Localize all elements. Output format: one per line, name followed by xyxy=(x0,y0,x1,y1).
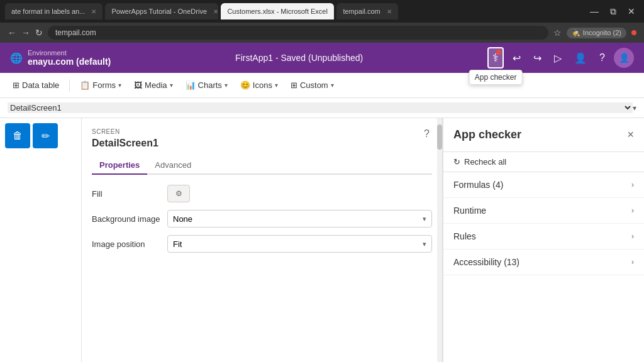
notification-dot xyxy=(631,30,636,35)
vertical-scrollbar[interactable] xyxy=(437,118,442,362)
tab-label-3: Customers.xlsx - Microsoft Excel xyxy=(227,8,328,15)
edit-button[interactable]: ✏ xyxy=(33,123,58,148)
checker-item-rules[interactable]: Rules › xyxy=(443,224,644,250)
play-button[interactable]: ▷ xyxy=(550,50,565,67)
img-position-select[interactable]: Fit ▾ xyxy=(167,235,432,253)
forms-chevron: ▾ xyxy=(118,82,121,89)
checker-accessibility-label: Accessibility (13) xyxy=(453,257,519,267)
browser-address-bar: ← → ↻ ☆ 🕵 Incognito (2) xyxy=(0,23,644,43)
left-actions: 🗑 ✏ xyxy=(0,118,81,153)
tab-label-2: PowerApps Tutorial - OneDrive xyxy=(111,8,207,15)
back-button[interactable]: ← xyxy=(8,28,16,38)
undo-button[interactable]: ↩ xyxy=(509,50,525,67)
close-window-button[interactable]: ✕ xyxy=(624,5,639,18)
checker-formulas-chevron: › xyxy=(631,180,634,189)
tab-label-4: tempail.com xyxy=(343,8,380,15)
app-checker-close-button[interactable]: × xyxy=(627,128,634,141)
scrollbar-thumb[interactable] xyxy=(437,124,442,150)
tab-advanced[interactable]: Advanced xyxy=(147,156,199,175)
bg-image-label: Background image xyxy=(92,214,167,224)
browser-controls: — ⧉ ✕ xyxy=(586,5,639,18)
fill-icon: ⚙ xyxy=(175,189,182,198)
toolbar-custom[interactable]: ⊞ Custom ▾ xyxy=(286,78,339,92)
toolbar-forms[interactable]: 📋 Forms ▾ xyxy=(75,78,126,92)
address-bar-input[interactable] xyxy=(48,26,548,40)
avatar[interactable]: 👤 xyxy=(614,48,634,68)
fill-button[interactable]: ⚙ xyxy=(167,185,190,202)
browser-chrome: ate format in labels an... ✕ PowerApps T… xyxy=(0,0,644,23)
minimize-button[interactable]: — xyxy=(586,5,602,18)
person-button[interactable]: 👤 xyxy=(570,50,591,67)
bg-image-control: None ▾ xyxy=(167,210,432,228)
checker-item-runtime[interactable]: Runtime › xyxy=(443,198,644,224)
forms-label: Forms xyxy=(92,80,116,90)
screen-section-label: SCREEN xyxy=(92,128,432,135)
delete-button[interactable]: 🗑 xyxy=(5,123,30,148)
tab-label-1: ate format in labels an... xyxy=(11,8,85,15)
img-position-control: Fit ▾ xyxy=(167,235,432,253)
incognito-icon: 🕵 xyxy=(572,29,580,37)
reload-button[interactable]: ↻ xyxy=(35,28,43,38)
charts-chevron: ▾ xyxy=(225,82,228,89)
recheck-label: Recheck all xyxy=(464,157,506,167)
left-panel: 🗑 ✏ xyxy=(0,118,82,362)
forward-button[interactable]: → xyxy=(21,28,30,38)
app-checker-title: App checker xyxy=(453,128,521,141)
tab-properties[interactable]: Properties xyxy=(92,156,147,175)
tab-close-1[interactable]: ✕ xyxy=(91,8,96,15)
app-title: FirstApp1 - Saved (Unpublished) xyxy=(111,53,487,63)
tab-close-4[interactable]: ✕ xyxy=(387,8,392,15)
browser-tab-1[interactable]: ate format in labels an... ✕ xyxy=(5,3,103,19)
app-checker-panel: App checker × ↻ Recheck all Formulas (4)… xyxy=(443,118,644,362)
checker-formulas-label: Formulas (4) xyxy=(453,180,503,190)
browser-tab-4[interactable]: tempail.com ✕ xyxy=(336,3,397,19)
img-position-row: Image position Fit ▾ xyxy=(92,235,432,253)
redo-button[interactable]: ↪ xyxy=(530,50,545,67)
dropdown-bar: DetailScreen1 ▾ xyxy=(0,98,644,118)
checker-rules-chevron: › xyxy=(631,232,634,241)
star-button[interactable]: ☆ xyxy=(553,28,562,38)
dropdown-chevron-icon: ▾ xyxy=(633,104,636,112)
icons-icon: 😊 xyxy=(240,80,250,90)
browser-tab-2[interactable]: PowerApps Tutorial - OneDrive ✕ xyxy=(105,3,218,19)
app-checker-badge xyxy=(496,50,501,55)
recheck-all-button[interactable]: ↻ Recheck all xyxy=(443,152,644,172)
help-icon[interactable]: ? xyxy=(424,128,430,140)
img-position-label: Image position xyxy=(92,239,167,249)
custom-label: Custom xyxy=(300,80,328,90)
help-button[interactable]: ? xyxy=(596,50,609,66)
checker-runtime-label: Runtime xyxy=(453,206,486,216)
app-checker-tooltip: App checker xyxy=(469,70,523,85)
checker-accessibility-chevron: › xyxy=(631,258,634,266)
fill-row: Fill ⚙ xyxy=(92,185,432,202)
custom-chevron: ▾ xyxy=(331,82,334,89)
tab-close-2[interactable]: ✕ xyxy=(213,8,218,15)
toolbar-divider-1 xyxy=(69,79,70,92)
incognito-label: Incognito (2) xyxy=(583,29,621,36)
browser-tab-3[interactable]: Customers.xlsx - Microsoft Excel ✕ xyxy=(221,3,334,19)
icons-chevron: ▾ xyxy=(275,82,278,89)
bg-image-select[interactable]: None ▾ xyxy=(167,210,432,228)
bg-image-row: Background image None ▾ xyxy=(92,210,432,228)
media-label: Media xyxy=(145,80,167,90)
toolbar-icons[interactable]: 😊 Icons ▾ xyxy=(235,78,283,92)
fill-control: ⚙ xyxy=(167,185,432,202)
restore-button[interactable]: ⧉ xyxy=(606,5,620,18)
checker-item-accessibility[interactable]: Accessibility (13) › xyxy=(443,250,644,275)
toolbar-media[interactable]: 🖼 Media ▾ xyxy=(129,78,177,92)
checker-item-formulas[interactable]: Formulas (4) › xyxy=(443,172,644,198)
toolbar-data-table[interactable]: ⊞ Data table xyxy=(8,78,64,92)
environment-label: Environment xyxy=(28,49,111,57)
img-position-chevron: ▾ xyxy=(423,240,426,248)
screen-dropdown[interactable]: DetailScreen1 xyxy=(8,102,633,113)
toolbar: ⊞ Data table 📋 Forms ▾ 🖼 Media ▾ 📊 Chart… xyxy=(0,73,644,98)
toolbar-charts[interactable]: 📊 Charts ▾ xyxy=(180,78,233,92)
media-chevron: ▾ xyxy=(170,82,173,89)
app-checker-button[interactable]: ⚕ xyxy=(487,47,504,69)
media-icon: 🖼 xyxy=(134,80,142,90)
header-actions: ⚕ App checker ↩ ↪ ▷ 👤 ? 👤 xyxy=(487,47,634,69)
environment-name: enayu.com (default) xyxy=(28,57,111,67)
bg-image-chevron: ▾ xyxy=(423,215,426,223)
app-checker-button-wrapper: ⚕ App checker xyxy=(487,47,504,69)
incognito-badge: 🕵 Incognito (2) xyxy=(567,28,626,38)
